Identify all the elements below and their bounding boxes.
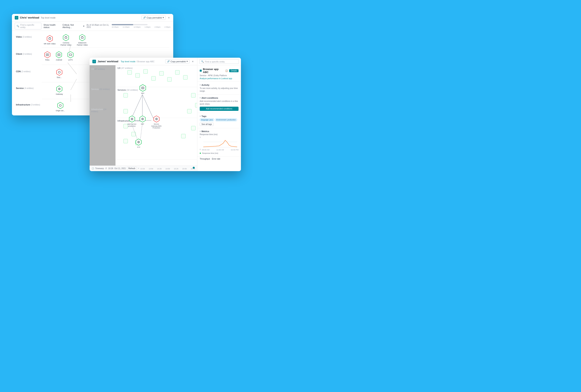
cdn-label: CDN	[16, 70, 21, 73]
ux-node-8[interactable]	[183, 75, 188, 80]
ux-node-7[interactable]	[175, 70, 180, 75]
window1-close-button[interactable]: ×	[167, 16, 170, 19]
service-count: (4 entities)	[24, 87, 34, 89]
node-abc[interactable]: ABC	[139, 84, 146, 94]
ux-node-3[interactable]	[143, 69, 148, 74]
response-time-chart	[202, 136, 238, 148]
timewarp-time: 10:26	[108, 167, 113, 170]
inf-node-4[interactable]	[181, 134, 186, 138]
node-roku[interactable]: Roku	[44, 51, 51, 61]
metrics-header[interactable]: ▾ Metrics	[200, 130, 238, 132]
chart-x-labels: 08:00 AM11:00 AM02:00 PM	[202, 149, 238, 151]
node-label-roku: Roku	[45, 59, 50, 61]
see-all-tags-button[interactable]: See all tags	[200, 123, 214, 126]
alert-title: Alert conditions	[202, 97, 218, 99]
alert-header[interactable]: ▾ Alert conditions	[200, 97, 238, 99]
node-conviva-video[interactable]: Conviva Partner Video	[60, 34, 72, 46]
activity-chevron: ▾	[200, 84, 201, 86]
activity-header[interactable]: ▾ Activity	[200, 84, 238, 86]
node-label-service[interactable]: label service production	[126, 115, 138, 127]
node-hex-conviva	[62, 34, 70, 41]
infra-count: (3 entities)	[31, 104, 40, 106]
refresh-button[interactable]: Refresh	[127, 167, 137, 170]
hex-service-gateway	[153, 115, 160, 123]
node-hex-roku	[44, 51, 51, 58]
svg-point-49	[138, 142, 139, 142]
tag-language[interactable]: language: java	[200, 118, 214, 121]
tag-environment[interactable]: Environment: production	[215, 118, 237, 121]
node-cdn-f2a[interactable]: f2a1...	[56, 69, 63, 79]
svg-rect-12	[82, 36, 83, 37]
svc-node-4[interactable]	[187, 109, 192, 113]
window2-copy-permalink[interactable]: 🔗 Copy permalink ▾	[165, 59, 190, 63]
node-gateway[interactable]: Gateway	[56, 85, 63, 95]
svg-marker-4	[47, 35, 52, 42]
ux-node-5[interactable]	[159, 71, 164, 76]
svc-node-5[interactable]	[124, 109, 128, 113]
svg-rect-9	[65, 36, 66, 37]
node-label-cdn: f2a1...	[57, 76, 62, 79]
node-datazoom-video[interactable]: Datazoom Partner Video	[76, 34, 88, 46]
svg-marker-21	[56, 69, 62, 75]
inf-node-5[interactable]	[124, 139, 128, 143]
svg-marker-19	[68, 51, 73, 58]
window2-close-button[interactable]: ×	[191, 60, 194, 63]
activity-title: Activity	[202, 84, 210, 86]
error-rate-label: Error rate	[212, 158, 220, 160]
window2-controls: 🔗 Copy permalink ▾ ×	[165, 59, 194, 63]
entity-color-indicator	[200, 70, 202, 72]
dropdown-icon: ▾	[163, 16, 164, 19]
response-time-label: Response time (ms)	[200, 133, 238, 135]
link-icon2: 🔗	[167, 60, 170, 63]
node-xyz[interactable]: XYZ	[135, 138, 142, 148]
tags-header[interactable]: ▾ Tags	[200, 115, 238, 117]
ux-node-6[interactable]	[167, 77, 172, 82]
breadcrumb-top[interactable]: Top level mode	[121, 60, 136, 63]
timeline-bar	[112, 24, 148, 25]
timewarp-bar: 🕐 Timewarp ⏱ 10:26 Oct 11, 2021 Refresh …	[90, 166, 197, 171]
node-label-datazoom: Datazoom Partner Video	[76, 42, 88, 46]
close-timewarp[interactable]: ×	[138, 167, 139, 170]
node-service-gateway[interactable]: Service Gateway AWS Production	[151, 115, 162, 129]
chart-area: 08:00 AM11:00 AM02:00 PM	[202, 136, 238, 151]
hex-abc	[139, 84, 146, 92]
left-section-labels: UX (47 entities) Services (32 entities) …	[90, 67, 115, 114]
svc-node-1[interactable]	[124, 93, 128, 97]
svc-node-3[interactable]	[195, 103, 197, 107]
inf-node-3[interactable]	[191, 126, 196, 130]
timestamp-text: As of 10:35am on Oct 11, 2021	[86, 24, 110, 28]
node-origin[interactable]: Origin ser...	[56, 102, 65, 112]
legend-label: Response time (ms)	[202, 152, 218, 154]
health-status-dropdown[interactable]: Show health status: Critical, Not Alerti…	[44, 24, 84, 28]
copy-entity-icon[interactable]: 📋	[225, 69, 228, 72]
svc-node-2[interactable]	[191, 93, 196, 97]
video-label: Video	[16, 36, 22, 38]
copy-permalink-button[interactable]: 🔗 Copy permalink ▾	[141, 15, 166, 20]
svg-marker-7	[63, 34, 69, 41]
timewarp-clock-icon2: ⏱	[105, 167, 107, 170]
node-nr-sdk-video[interactable]: NR SDK Video	[44, 35, 56, 45]
node-android[interactable]: Android	[55, 51, 62, 61]
analyze-link[interactable]: Analyze performance in Lookout app	[200, 77, 238, 80]
ux-left-label: UX (47 entities)	[91, 68, 114, 70]
svg-point-18	[58, 54, 59, 55]
node-label-origin: Origin ser...	[56, 110, 65, 112]
add-conditions-button[interactable]: Add recommended conditions	[200, 107, 238, 111]
inf-node-2[interactable]	[132, 132, 136, 136]
hex-label-service	[128, 115, 136, 123]
timeline-labels: 10:35am11:00am12:00pm1:00pm2:00pm2:35pm	[112, 26, 170, 28]
response-legend: Response time (ms)	[200, 152, 238, 154]
ux-node-1[interactable]	[128, 70, 132, 75]
sidebar-search-input[interactable]: 🔍 Find a specific entity	[199, 59, 239, 64]
throughput-label: Throughput	[200, 158, 210, 160]
node-lotv[interactable]: LOTV	[67, 51, 74, 61]
details-button[interactable]: Details	[229, 69, 238, 72]
ux-node-2[interactable]	[136, 73, 140, 78]
window1-toolbar: 🔍 Find a specific entity Show health sta…	[12, 21, 173, 31]
node-hex-cdn	[56, 69, 63, 76]
node-def[interactable]: DEF	[139, 115, 146, 125]
node-label-conviva: Conviva Partner Video	[60, 42, 72, 46]
window1-search-box[interactable]: 🔍 Find a specific entity	[15, 23, 42, 29]
ux-node-4[interactable]	[151, 76, 156, 81]
activity-text: To see more activity, try adjusting your…	[200, 87, 238, 92]
